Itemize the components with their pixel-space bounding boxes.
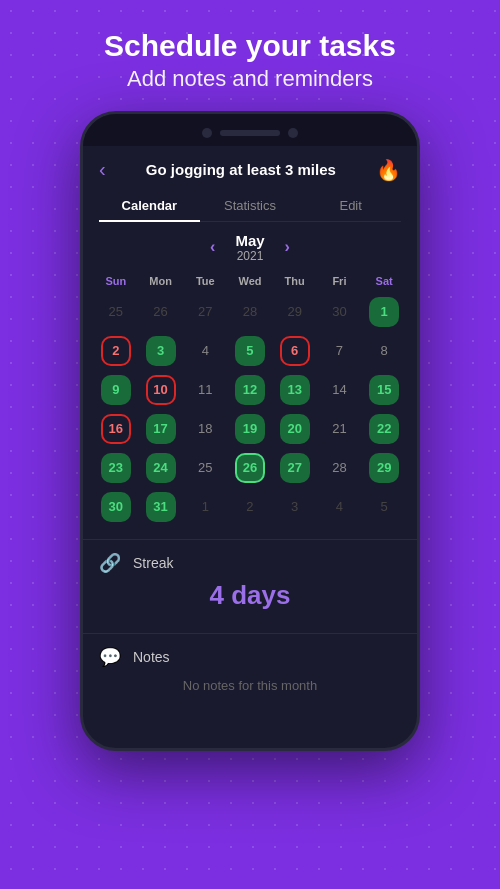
calendar-grid: SunMonTueWedThuFriSat2526272829301234567… xyxy=(95,271,405,525)
day-number: 28 xyxy=(235,297,265,327)
cal-cell: 20 xyxy=(274,411,316,447)
calendar-header: ‹ May 2021 › xyxy=(95,232,405,263)
day-number: 26 xyxy=(146,297,176,327)
cal-cell: 27 xyxy=(184,294,226,330)
notes-empty-text: No notes for this month xyxy=(99,668,401,697)
phone-notch xyxy=(83,114,417,146)
day-number[interactable]: 31 xyxy=(146,492,176,522)
cal-cell: 27 xyxy=(274,450,316,486)
day-header-tue: Tue xyxy=(184,271,226,291)
notes-label: Notes xyxy=(133,649,170,665)
phone-mockup: ‹ Go jogging at least 3 miles 🔥 Calendar… xyxy=(80,111,420,751)
year-display: 2021 xyxy=(235,249,264,263)
cal-cell: 29 xyxy=(363,450,405,486)
prev-month-button[interactable]: ‹ xyxy=(210,238,215,256)
hero-section: Schedule your tasks Add notes and remind… xyxy=(0,0,500,111)
cal-cell: 23 xyxy=(95,450,137,486)
month-name: May xyxy=(235,232,264,249)
cal-cell: 28 xyxy=(229,294,271,330)
day-header-mon: Mon xyxy=(140,271,182,291)
tab-statistics[interactable]: Statistics xyxy=(200,190,301,221)
tab-edit[interactable]: Edit xyxy=(300,190,401,221)
day-number[interactable]: 2 xyxy=(101,336,131,366)
cal-cell: 22 xyxy=(363,411,405,447)
cal-cell: 10 xyxy=(140,372,182,408)
day-header-sun: Sun xyxy=(95,271,137,291)
streak-icon: 🔗 xyxy=(99,552,123,574)
cal-cell: 15 xyxy=(363,372,405,408)
app-header: ‹ Go jogging at least 3 miles 🔥 xyxy=(83,146,417,190)
day-number: 4 xyxy=(324,492,354,522)
cal-cell: 11 xyxy=(184,372,226,408)
cal-cell: 4 xyxy=(319,489,361,525)
day-number[interactable]: 29 xyxy=(369,453,399,483)
tab-bar: Calendar Statistics Edit xyxy=(99,190,401,222)
speaker-bar xyxy=(220,130,280,136)
cal-cell: 3 xyxy=(274,489,316,525)
day-number[interactable]: 5 xyxy=(235,336,265,366)
cal-cell: 7 xyxy=(319,333,361,369)
day-number: 25 xyxy=(190,453,220,483)
day-number[interactable]: 3 xyxy=(146,336,176,366)
day-number: 21 xyxy=(324,414,354,444)
day-number[interactable]: 12 xyxy=(235,375,265,405)
streak-row: 🔗 Streak xyxy=(99,552,401,574)
day-number[interactable]: 20 xyxy=(280,414,310,444)
phone-content: ‹ Go jogging at least 3 miles 🔥 Calendar… xyxy=(83,146,417,717)
day-number[interactable]: 19 xyxy=(235,414,265,444)
cal-cell: 6 xyxy=(274,333,316,369)
day-number: 27 xyxy=(190,297,220,327)
day-number: 29 xyxy=(280,297,310,327)
next-month-button[interactable]: › xyxy=(285,238,290,256)
day-header-sat: Sat xyxy=(363,271,405,291)
cal-cell: 1 xyxy=(363,294,405,330)
notes-row: 💬 Notes xyxy=(99,646,401,668)
notes-icon: 💬 xyxy=(99,646,123,668)
streak-value: 4 days xyxy=(99,574,401,621)
day-number: 3 xyxy=(280,492,310,522)
notes-section: 💬 Notes No notes for this month xyxy=(83,633,417,717)
day-header-thu: Thu xyxy=(274,271,316,291)
cal-cell: 25 xyxy=(95,294,137,330)
cal-cell: 2 xyxy=(95,333,137,369)
day-number: 2 xyxy=(235,492,265,522)
cal-cell: 30 xyxy=(319,294,361,330)
cal-cell: 5 xyxy=(363,489,405,525)
day-number[interactable]: 6 xyxy=(280,336,310,366)
cal-cell: 31 xyxy=(140,489,182,525)
cal-cell: 18 xyxy=(184,411,226,447)
cal-cell: 21 xyxy=(319,411,361,447)
cal-cell: 25 xyxy=(184,450,226,486)
day-number: 1 xyxy=(190,492,220,522)
day-number[interactable]: 13 xyxy=(280,375,310,405)
day-number[interactable]: 17 xyxy=(146,414,176,444)
day-number[interactable]: 24 xyxy=(146,453,176,483)
day-number[interactable]: 26 xyxy=(235,453,265,483)
tab-calendar[interactable]: Calendar xyxy=(99,190,200,221)
day-number[interactable]: 15 xyxy=(369,375,399,405)
day-number[interactable]: 23 xyxy=(101,453,131,483)
streak-label: Streak xyxy=(133,555,173,571)
cal-cell: 26 xyxy=(229,450,271,486)
day-number[interactable]: 30 xyxy=(101,492,131,522)
cal-cell: 9 xyxy=(95,372,137,408)
cal-cell: 12 xyxy=(229,372,271,408)
cal-cell: 13 xyxy=(274,372,316,408)
cal-cell: 30 xyxy=(95,489,137,525)
day-number: 25 xyxy=(101,297,131,327)
day-header-fri: Fri xyxy=(319,271,361,291)
day-number[interactable]: 9 xyxy=(101,375,131,405)
day-number[interactable]: 10 xyxy=(146,375,176,405)
cal-cell: 2 xyxy=(229,489,271,525)
day-number: 14 xyxy=(324,375,354,405)
back-button[interactable]: ‹ xyxy=(99,158,106,181)
day-number[interactable]: 16 xyxy=(101,414,131,444)
day-number: 28 xyxy=(324,453,354,483)
cal-cell: 19 xyxy=(229,411,271,447)
day-number: 5 xyxy=(369,492,399,522)
day-number: 8 xyxy=(369,336,399,366)
day-number[interactable]: 1 xyxy=(369,297,399,327)
day-number[interactable]: 27 xyxy=(280,453,310,483)
task-title: Go jogging at least 3 miles xyxy=(114,161,368,178)
day-number[interactable]: 22 xyxy=(369,414,399,444)
